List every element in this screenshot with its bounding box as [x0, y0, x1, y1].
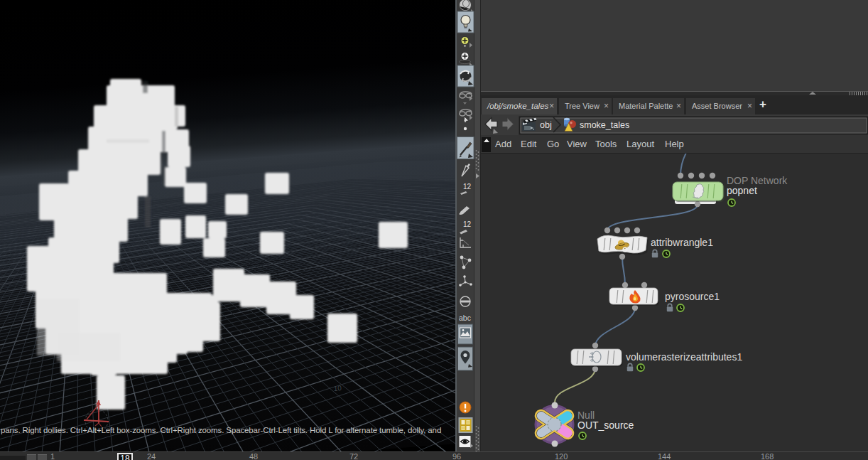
svg-text:pyrosource1: pyrosource1 — [665, 291, 720, 302]
svg-text:volumerasterizeattributes1: volumerasterizeattributes1 — [626, 351, 742, 363]
svg-text:smoke_tales: smoke_tales — [580, 120, 629, 130]
svg-text:abc: abc — [459, 314, 471, 322]
svg-text:obj: obj — [540, 120, 552, 130]
svg-text:popnet: popnet — [727, 185, 757, 196]
svg-text:12: 12 — [463, 220, 472, 228]
svg-text:attribwrangle1: attribwrangle1 — [651, 237, 713, 248]
svg-text:12: 12 — [463, 183, 472, 191]
svg-text:10: 10 — [333, 384, 342, 392]
svg-text:OUT_source: OUT_source — [577, 419, 634, 431]
